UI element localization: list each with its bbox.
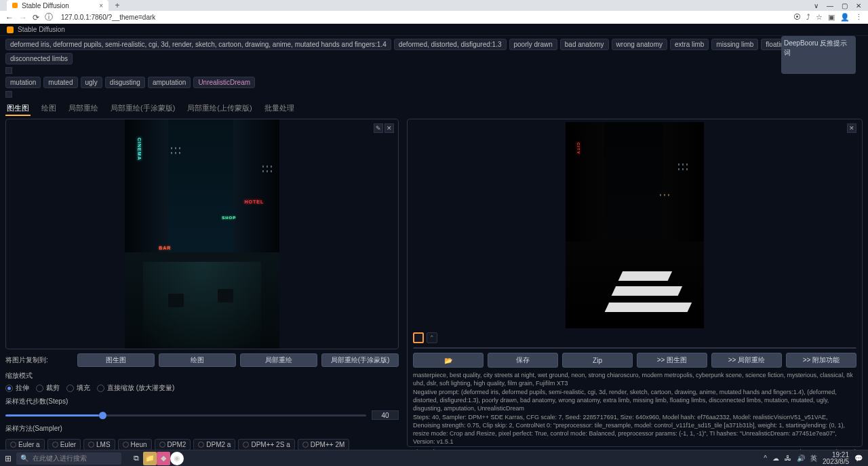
sampler-option-label: DPM++ 2M (311, 441, 345, 448)
sampler-option-label: DPM2 (167, 441, 186, 448)
browser-tab[interactable]: Stable Diffusion × (7, 0, 108, 11)
send-to-inpaint-button[interactable]: >> 局部重绘 (711, 353, 782, 368)
chrome-icon[interactable]: ◉ (170, 452, 184, 465)
sampler-option[interactable]: LMS (83, 439, 115, 450)
tag-chip[interactable]: ugly (81, 77, 102, 88)
taskbar-search[interactable]: 🔍 在此键入进行搜索 (16, 452, 121, 465)
nav-reload-icon[interactable]: ⟳ (33, 13, 39, 22)
zip-button[interactable]: Zip (562, 353, 633, 368)
tray-ime[interactable]: 英 (810, 454, 817, 463)
tag-chip[interactable]: poorly drawn (509, 39, 557, 50)
send-to-img2img-button[interactable]: >> 图生图 (637, 353, 707, 368)
tag-chip[interactable]: mutated (43, 77, 77, 88)
tag-chip[interactable]: deformed, distorted, disfigured:1.3 (394, 39, 507, 50)
subtab-sketch[interactable]: 绘图 (40, 102, 58, 116)
subtab-inpaint-upload[interactable]: 局部重绘(上传蒙版) (186, 102, 253, 116)
tray-network-icon[interactable]: 🖧 (785, 454, 791, 462)
copy-to-inpaint-button[interactable]: 局部重绘 (240, 353, 317, 367)
subtab-inpaint-sketch[interactable]: 局部重绘(手涂蒙版) (109, 102, 176, 116)
deepbooru-label: DeepBooru 反推提示词 (784, 39, 847, 56)
steps-slider[interactable] (5, 414, 366, 416)
input-image: CINEMA HOTEL BAR SHOP (125, 119, 279, 349)
sampler-option[interactable]: DPM2 (155, 439, 191, 450)
save-button[interactable]: 保存 (488, 353, 558, 368)
tag-chip-lora[interactable]: UnrealisticDream (193, 77, 255, 88)
sampler-option[interactable]: DPM++ 2S a (238, 439, 294, 450)
tag-chip[interactable]: disgusting (105, 77, 145, 88)
search-placeholder: 在此键入进行搜索 (33, 454, 87, 463)
sampler-option[interactable]: Euler (47, 439, 81, 450)
resize-mode-latent[interactable]: 直接缩放 (放大潜变量) (97, 383, 174, 393)
subtab-batch[interactable]: 批量处理 (263, 102, 296, 116)
sampler-label: 采样方法(Sampler) (5, 424, 399, 433)
output-thumbnail[interactable] (413, 332, 424, 343)
address-bar[interactable]: 127.0.0.1:7860/?__theme=dark (58, 14, 788, 21)
resize-mode-radio-group: 拉伸 裁剪 填充 直接缩放 (放大潜变量) (5, 383, 399, 393)
deepbooru-button[interactable]: DeepBooru 反推提示词 (781, 36, 856, 74)
send-to-extras-button[interactable]: >> 附加功能 (786, 353, 856, 368)
start-button[interactable]: ⊞ (0, 450, 16, 467)
sampler-option[interactable]: DPM2 a (193, 439, 235, 450)
tag-chip[interactable]: disconnected limbs (5, 53, 73, 64)
translate-icon[interactable]: ⦿ (793, 13, 801, 22)
open-folder-button[interactable]: 📂 (413, 353, 484, 368)
resize-mode-option-label: 填充 (77, 383, 90, 393)
new-tab-button[interactable]: + (111, 0, 123, 12)
steps-label: 采样迭代步数(Steps) (5, 397, 399, 406)
nav-back-icon[interactable]: ← (5, 13, 14, 22)
resize-mode-fill[interactable]: 填充 (66, 383, 90, 393)
copy-to-img2img-button[interactable]: 图生图 (77, 353, 155, 367)
sampler-option[interactable]: Heun (118, 439, 152, 450)
radio-dot-icon (302, 442, 309, 448)
grid-toggle-icon[interactable] (5, 67, 12, 74)
tab-close-icon[interactable]: × (99, 2, 103, 9)
bookmark-item[interactable]: Stable Diffusion (18, 26, 65, 33)
sampler-option-label: DPM2 a (206, 441, 231, 448)
copy-to-inpaint-sketch-button[interactable]: 局部重绘(手涂蒙版) (321, 353, 399, 367)
img2img-subtabs: 图生图 绘图 局部重绘 局部重绘(手涂蒙版) 局部重绘(上传蒙版) 批量处理 (5, 102, 863, 116)
extensions-icon[interactable]: ▣ (828, 13, 835, 22)
radio-dot-icon (88, 442, 94, 448)
resize-mode-stretch[interactable]: 拉伸 (5, 383, 29, 393)
radio-dot-icon (243, 442, 249, 448)
notifications-icon[interactable]: 💬 (854, 454, 863, 462)
remove-image-icon[interactable]: ✕ (384, 123, 394, 133)
output-image[interactable]: CITY (566, 122, 704, 328)
tag-chip[interactable]: missing limb (711, 39, 758, 50)
resize-mode-crop[interactable]: 裁剪 (36, 383, 60, 393)
tray-cloud-icon[interactable]: ☁ (772, 454, 779, 462)
explorer-icon[interactable]: 📁 (143, 452, 157, 465)
profile-icon[interactable]: 👤 (840, 13, 850, 22)
edit-image-icon[interactable]: ✎ (374, 123, 383, 133)
window-close-icon[interactable]: ✕ (856, 2, 861, 9)
sampler-option[interactable]: DPM++ 2M (298, 439, 350, 450)
app-icon[interactable]: ◆ (157, 452, 170, 465)
tag-chip[interactable]: mutation (5, 77, 41, 88)
gallery-expand-icon[interactable]: ⌃ (427, 332, 437, 343)
window-maximize-icon[interactable]: ▢ (842, 2, 848, 9)
tag-chip[interactable]: extra limb (670, 39, 709, 50)
sampler-option-label: LMS (96, 441, 111, 448)
bookmark-star-icon[interactable]: ☆ (816, 13, 823, 22)
steps-value[interactable]: 40 (372, 410, 399, 420)
window-minimize-icon[interactable]: — (827, 2, 833, 9)
share-icon[interactable]: ⤴ (806, 13, 810, 22)
chrome-menu-icon[interactable]: ⋮ (855, 13, 863, 22)
close-output-icon[interactable]: ✕ (847, 123, 856, 133)
sampler-option[interactable]: Euler a (5, 439, 45, 450)
tag-chip[interactable]: wrong anatomy (612, 39, 667, 50)
subtab-img2img[interactable]: 图生图 (5, 102, 31, 116)
grid-toggle-icon[interactable] (5, 91, 12, 98)
chrome-dropdown-icon[interactable]: ∨ (814, 2, 818, 9)
task-view-icon[interactable]: ⧉ (130, 452, 143, 465)
input-image-area[interactable]: ✎ ✕ CINEMA HOTEL BAR SHOP (5, 119, 399, 349)
tag-chip[interactable]: bad anatomy (560, 39, 609, 50)
tag-chip[interactable]: amputation (148, 77, 191, 88)
tray-volume-icon[interactable]: 🔊 (797, 454, 805, 462)
resize-mode-option-label: 裁剪 (46, 383, 60, 393)
copy-to-sketch-button[interactable]: 绘图 (159, 353, 236, 367)
tray-chevron-icon[interactable]: ^ (764, 454, 767, 462)
site-info-icon[interactable]: ⓘ (45, 12, 53, 23)
subtab-inpaint[interactable]: 局部重绘 (67, 102, 100, 116)
tag-chip[interactable]: deformed iris, deformed pupils, semi-rea… (5, 39, 391, 50)
